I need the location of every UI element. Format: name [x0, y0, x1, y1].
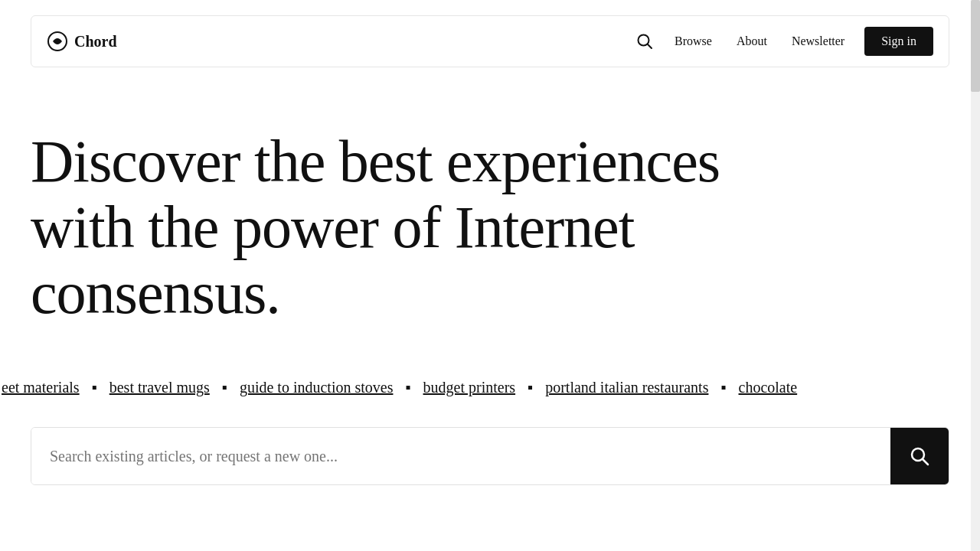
ticker-item-4: portland italian restaurants ▪ — [544, 379, 737, 396]
nav-about-link[interactable]: About — [727, 28, 776, 54]
hero-title-line1: Discover the best experiences — [31, 128, 720, 194]
search-submit-icon — [910, 446, 929, 466]
search-submit-button[interactable] — [890, 428, 949, 484]
ticker-link-0[interactable]: eet materials — [0, 379, 81, 396]
ticker-dot-4: ▪ — [710, 379, 737, 396]
ticker-link-5[interactable]: chocolate — [737, 379, 799, 396]
ticker-item-3: budget printers ▪ — [422, 379, 544, 396]
navbar-right: Browse About Newsletter Sign in — [630, 27, 933, 56]
chord-logo-icon — [47, 31, 68, 52]
ticker-link-2[interactable]: guide to induction stoves — [238, 379, 395, 396]
hero-title-line2: with the power of Internet — [31, 194, 634, 260]
ticker-container: eet materials ▪ best travel mugs ▪ guide… — [0, 356, 980, 419]
svg-line-2 — [648, 44, 652, 48]
hero-title: Discover the best experiences with the p… — [31, 129, 758, 325]
search-input[interactable] — [31, 428, 890, 484]
sign-in-button[interactable]: Sign in — [864, 27, 933, 56]
scrollbar-track[interactable] — [971, 0, 980, 551]
nav-browse-link[interactable]: Browse — [665, 28, 721, 54]
search-box — [31, 427, 949, 485]
nav-search-button[interactable] — [630, 27, 659, 56]
search-section — [0, 419, 980, 516]
ticker-link-4[interactable]: portland italian restaurants — [544, 379, 710, 396]
navbar: Chord Browse About Newsletter Sign in — [31, 15, 949, 67]
nav-newsletter-link[interactable]: Newsletter — [782, 28, 854, 54]
ticker-item-1: best travel mugs ▪ — [108, 379, 238, 396]
navbar-logo-area: Chord — [47, 31, 117, 52]
scrollbar-thumb[interactable] — [971, 0, 980, 92]
ticker-dot-0: ▪ — [81, 379, 108, 396]
svg-line-4 — [923, 459, 928, 465]
logo-text: Chord — [74, 33, 117, 51]
ticker-link-1[interactable]: best travel mugs — [108, 379, 211, 396]
search-icon — [636, 33, 653, 50]
hero-section: Discover the best experiences with the p… — [0, 67, 980, 356]
ticker-link-3[interactable]: budget printers — [422, 379, 518, 396]
ticker-dot-1: ▪ — [211, 379, 238, 396]
ticker-track: eet materials ▪ best travel mugs ▪ guide… — [0, 379, 980, 396]
ticker-item-5: chocolate — [737, 379, 799, 396]
ticker-item-2: guide to induction stoves ▪ — [238, 379, 422, 396]
ticker-dot-3: ▪ — [517, 379, 544, 396]
ticker-dot-2: ▪ — [394, 379, 421, 396]
ticker-item-0: eet materials ▪ — [0, 379, 108, 396]
hero-title-line3: consensus. — [31, 259, 280, 326]
